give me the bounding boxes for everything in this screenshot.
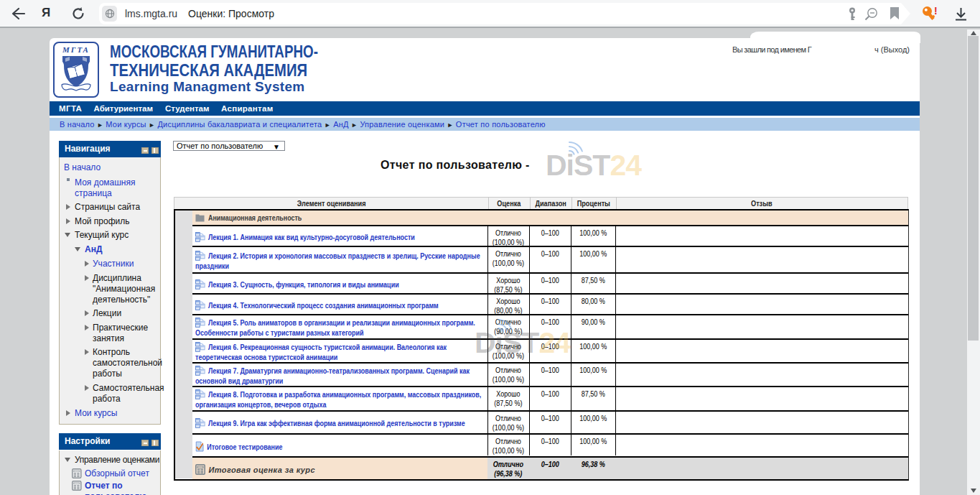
svg-text:!: ! [934,6,938,17]
